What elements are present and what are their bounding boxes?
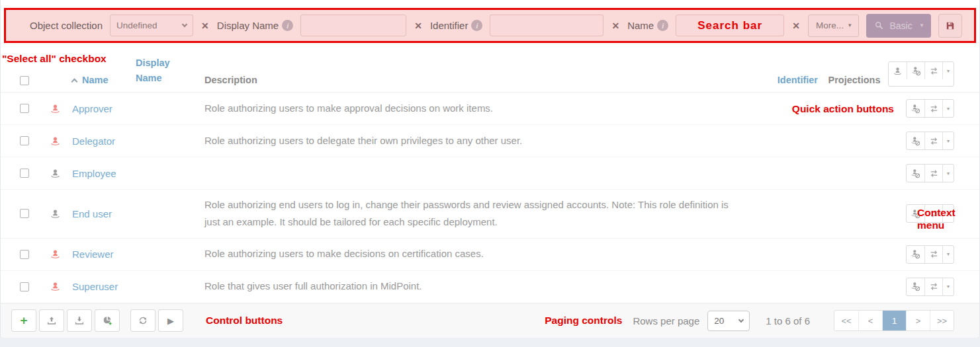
row-actions-group: ▾	[906, 245, 954, 264]
column-header-description: Description	[204, 75, 738, 92]
row-actions-group: ▾	[906, 132, 954, 150]
rows-per-page-select[interactable]: 20	[707, 311, 750, 331]
previous-page-button[interactable]: <	[858, 311, 882, 330]
info-icon[interactable]: i	[282, 20, 293, 31]
row-checkbox[interactable]	[20, 169, 29, 178]
object-collection-select[interactable]: Undefined	[110, 15, 193, 36]
last-page-button[interactable]: >>	[930, 311, 954, 330]
transfer-icon	[929, 136, 939, 146]
row-context-menu-button[interactable]: ▾	[942, 132, 954, 149]
annotation-search-bar: Search bar	[697, 19, 762, 32]
row-checkbox[interactable]	[20, 209, 29, 218]
new-object-button[interactable]: +	[11, 309, 36, 332]
column-header-identifier[interactable]: Identifier	[778, 75, 818, 92]
pagination-range-label: 1 to 6 of 6	[766, 315, 810, 327]
first-page-button[interactable]: <<	[834, 311, 858, 330]
person-disable-icon	[911, 104, 920, 114]
info-icon[interactable]: i	[471, 20, 482, 31]
clear-object-collection-button[interactable]: ✕	[200, 20, 210, 31]
disable-button[interactable]	[907, 278, 924, 295]
role-name-link[interactable]: Approver	[72, 103, 136, 114]
import-button[interactable]	[39, 309, 64, 332]
header-context-menu-button[interactable]: ▾	[942, 62, 954, 79]
role-name-link[interactable]: Delegator	[72, 135, 136, 147]
table-footer: + ▶ Control buttons Paging controls Rows…	[1, 303, 979, 338]
page-number-button[interactable]: 1	[882, 311, 906, 330]
row-checkbox[interactable]	[20, 250, 29, 259]
transfer-icon	[929, 249, 939, 259]
table-row: Reviewer Role authorizing users to make …	[1, 239, 979, 271]
display-name-input[interactable]	[300, 15, 406, 36]
table-body: Quick action buttons Context menu Approv…	[1, 93, 979, 303]
row-checkbox[interactable]	[20, 282, 29, 291]
annotation-paging-controls: Paging controls	[545, 315, 622, 327]
disable-button[interactable]	[907, 132, 924, 149]
person-disable-icon	[911, 66, 921, 76]
clear-display-name-button[interactable]: ✕	[414, 20, 423, 31]
row-checkbox[interactable]	[20, 104, 29, 113]
table-row: Employee ▾	[1, 157, 979, 190]
search-basic-button[interactable]: Basic ▾	[866, 14, 931, 38]
row-context-menu-button[interactable]: ▾	[942, 165, 954, 182]
info-icon[interactable]: i	[657, 20, 668, 31]
role-name-link[interactable]: Reviewer	[72, 249, 136, 260]
table-row: End user Role authorizing end users to l…	[1, 190, 979, 239]
column-header-display-name[interactable]: Display Name	[136, 56, 204, 92]
reconcile-button[interactable]	[924, 132, 942, 149]
chevron-down-icon: ▾	[848, 22, 852, 28]
clear-name-button[interactable]: ✕	[791, 20, 801, 31]
clear-identifier-button[interactable]: ✕	[611, 20, 620, 31]
table-row: Delegator Role authorizing users to dele…	[1, 125, 979, 157]
more-filters-button[interactable]: More... ▾	[808, 15, 860, 37]
reconcile-button[interactable]	[924, 278, 942, 295]
role-description: Role that gives user full authorization …	[204, 271, 738, 301]
save-search-button[interactable]	[938, 14, 962, 38]
name-label: Name i	[627, 20, 668, 31]
display-name-label: Display Name i	[217, 20, 293, 31]
save-icon	[945, 20, 956, 31]
annotation-control-buttons: Control buttons	[206, 315, 283, 327]
next-page-button[interactable]: >	[906, 311, 930, 330]
search-icon	[874, 20, 884, 30]
role-description	[204, 167, 738, 180]
disable-all-button[interactable]	[907, 62, 924, 79]
create-report-button[interactable]	[95, 309, 120, 332]
disable-button[interactable]	[907, 100, 924, 117]
role-description: Role authorizing users to make decisions…	[204, 239, 738, 269]
refresh-button[interactable]	[130, 309, 156, 332]
reconcile-button[interactable]	[924, 165, 942, 182]
role-icon	[50, 281, 61, 292]
disable-button[interactable]	[907, 165, 924, 182]
reconcile-all-button[interactable]	[924, 62, 942, 79]
identifier-input[interactable]	[490, 15, 603, 36]
row-actions-group: ▾	[906, 99, 954, 118]
select-all-checkbox[interactable]	[20, 76, 29, 85]
column-header-name[interactable]: Name	[72, 75, 136, 92]
row-context-menu-button[interactable]: ▾	[942, 100, 954, 117]
row-context-menu-button[interactable]: ▾	[942, 278, 954, 295]
row-checkbox[interactable]	[20, 136, 29, 145]
reconcile-button[interactable]	[924, 246, 942, 263]
name-input[interactable]: Search bar	[676, 15, 784, 36]
download-icon	[74, 315, 85, 326]
rows-per-page-value: 20	[714, 316, 724, 326]
row-context-menu-button[interactable]: ▾	[942, 246, 954, 263]
role-name-link[interactable]: Superuser	[72, 281, 136, 292]
refresh-icon	[138, 315, 148, 326]
pagination-controls: << < 1 > >>	[834, 310, 954, 331]
disable-button[interactable]	[907, 246, 924, 263]
chevron-down-icon	[738, 317, 744, 322]
transfer-icon	[929, 169, 939, 178]
role-name-link[interactable]: End user	[72, 208, 136, 219]
export-button[interactable]	[67, 309, 92, 332]
role-name-link[interactable]: Employee	[72, 168, 136, 179]
resume-refresh-button[interactable]: ▶	[158, 309, 183, 332]
row-actions-group: ▾	[906, 278, 954, 296]
rows-per-page-label: Rows per page	[633, 315, 699, 327]
enable-all-button[interactable]	[889, 62, 907, 79]
role-icon	[50, 135, 61, 147]
identifier-label: Identifier i	[430, 20, 483, 31]
annotation-select-all: "Select all" checkbox	[2, 53, 107, 65]
reconcile-button[interactable]	[924, 100, 942, 117]
object-collection-value: Undefined	[116, 20, 157, 30]
